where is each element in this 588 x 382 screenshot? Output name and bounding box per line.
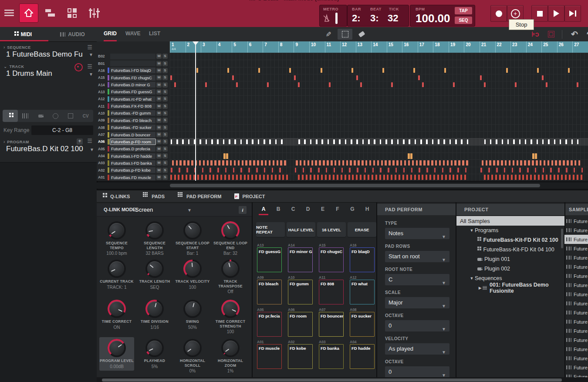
knob-dial[interactable]	[221, 300, 240, 318]
pad-a16[interactable]: FD blaqD	[350, 247, 375, 272]
midi-note[interactable]	[515, 82, 517, 87]
solo-button[interactable]: S	[162, 175, 168, 180]
midi-note[interactable]	[205, 82, 207, 87]
midi-note[interactable]	[439, 160, 441, 166]
ruler-bar[interactable]: 9	[294, 41, 309, 53]
midi-note[interactable]	[333, 175, 335, 180]
midi-note[interactable]	[449, 168, 451, 172]
midi-note[interactable]	[466, 160, 468, 166]
type-clip-button[interactable]	[63, 110, 78, 122]
midi-note[interactable]	[418, 75, 420, 80]
ruler-bar[interactable]: 27	[572, 41, 588, 53]
midi-note[interactable]	[525, 139, 527, 144]
main-mode-button[interactable]	[19, 3, 38, 23]
midi-note[interactable]	[426, 175, 427, 180]
tab-grid[interactable]: GRID	[104, 27, 117, 41]
midi-note[interactable]	[573, 175, 574, 180]
tab-midi[interactable]: MIDI	[0, 27, 48, 41]
midi-note[interactable]	[397, 139, 399, 144]
midi-note[interactable]	[335, 160, 337, 166]
midi-note[interactable]	[256, 168, 258, 172]
solo-button[interactable]: S	[162, 61, 168, 66]
midi-note[interactable]	[453, 82, 455, 87]
midi-note[interactable]	[454, 160, 456, 166]
midi-note[interactable]	[557, 175, 559, 180]
midi-note[interactable]	[196, 68, 198, 73]
midi-note[interactable]	[461, 139, 463, 144]
midi-note[interactable]	[443, 160, 445, 166]
midi-note[interactable]	[451, 160, 453, 166]
midi-note[interactable]	[532, 160, 534, 166]
knob-dial[interactable]	[183, 221, 202, 240]
track-row[interactable]: A06FutureBas.p-FD roomMS	[97, 138, 170, 145]
track-record-arm-icon[interactable]	[74, 63, 83, 71]
midi-note[interactable]	[352, 175, 354, 180]
midi-note[interactable]	[372, 168, 374, 172]
q-link-mode-value[interactable]: Screen	[135, 206, 153, 213]
midi-note[interactable]	[406, 175, 408, 180]
midi-note[interactable]	[509, 160, 511, 166]
midi-note[interactable]	[279, 168, 281, 172]
midi-note[interactable]	[464, 175, 466, 180]
project-tree-item[interactable]: Plugin 001	[456, 254, 564, 264]
midi-note[interactable]	[279, 175, 280, 180]
q-link-knob[interactable]: HORIZONTAL ZOOM1%	[213, 337, 248, 373]
midi-note[interactable]	[183, 160, 186, 166]
project-tree-item[interactable]: FutureBass-Kit-FD Kit 04 100	[456, 245, 564, 254]
midi-note[interactable]	[490, 139, 492, 144]
undo-button[interactable]: ↶	[567, 29, 582, 40]
midi-note[interactable]	[229, 139, 230, 144]
track-row-name[interactable]: FutureBas.D bouncer	[110, 132, 155, 138]
midi-note[interactable]	[455, 139, 457, 144]
track-row[interactable]: A12FutureBas.rc-FD whatMS	[97, 95, 170, 102]
midi-note[interactable]	[210, 168, 211, 172]
knob-dial[interactable]	[221, 221, 240, 240]
q-link-knob[interactable]: CURRENT TRACKTRACK: 1	[99, 258, 134, 290]
track-row[interactable]: A11FutureBas.FX-FD 808MS	[97, 102, 170, 109]
midi-note[interactable]	[365, 168, 366, 172]
mute-button[interactable]: M	[156, 175, 162, 180]
midi-note[interactable]	[224, 175, 226, 180]
midi-note[interactable]	[444, 68, 446, 73]
midi-note[interactable]	[422, 82, 424, 87]
midi-note[interactable]	[339, 139, 341, 144]
q-link-knob[interactable]: SEQUENCE LOOP STARTBar: 1	[175, 220, 210, 256]
midi-note[interactable]	[280, 160, 282, 166]
sample-row[interactable]: Future	[564, 281, 588, 290]
q-link-knob[interactable]: TRACK VELOCITY100	[175, 258, 210, 290]
midi-note[interactable]	[182, 175, 183, 180]
ruler-bar[interactable]: 14/4	[170, 41, 186, 53]
midi-note[interactable]	[527, 168, 529, 172]
track-row-name[interactable]	[110, 61, 155, 66]
midi-note[interactable]	[321, 139, 323, 144]
midi-note[interactable]	[179, 168, 180, 172]
pad-perform-dropdown-pad-rows[interactable]: Start on root▼	[385, 251, 449, 262]
sample-row[interactable]: Future	[564, 226, 588, 235]
midi-note[interactable]	[569, 175, 571, 180]
sample-row[interactable]: Future	[564, 326, 588, 335]
midi-note[interactable]	[275, 175, 277, 180]
midi-note[interactable]	[532, 153, 534, 159]
solo-button[interactable]: S	[162, 75, 168, 80]
solo-button[interactable]: S	[162, 118, 168, 123]
midi-note[interactable]	[543, 168, 544, 172]
pad-a03[interactable]: FD banka	[319, 344, 344, 369]
key-range-value[interactable]: C-2 - G8	[31, 125, 93, 135]
ruler-bar[interactable]: 14	[371, 41, 387, 53]
midi-note[interactable]	[314, 175, 315, 180]
track-row[interactable]: A10FutureBas.-FD gummMS	[97, 110, 170, 117]
midi-note[interactable]	[373, 160, 375, 166]
midi-note[interactable]	[511, 175, 513, 180]
ruler-bar[interactable]: 18	[433, 41, 449, 53]
midi-note[interactable]	[441, 175, 443, 180]
program-expand-icon[interactable]: ›	[3, 139, 5, 144]
midi-note[interactable]	[329, 175, 331, 180]
track-row[interactable]: A09FutureBas.-FD bleachMS	[97, 117, 170, 124]
midi-note[interactable]	[453, 175, 454, 180]
midi-note[interactable]	[261, 160, 263, 166]
midi-note[interactable]	[234, 160, 236, 166]
midi-note[interactable]	[303, 168, 304, 172]
track-row-name[interactable]: FutureBas.FX-FD 808	[110, 103, 155, 109]
track-row[interactable]: B01MS	[97, 60, 170, 67]
midi-note[interactable]	[480, 168, 482, 172]
